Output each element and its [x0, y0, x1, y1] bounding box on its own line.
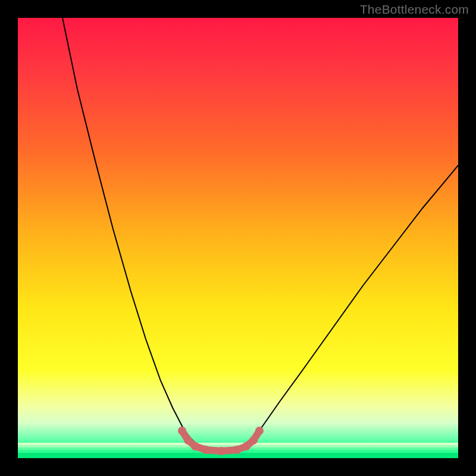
highlight-dot — [249, 436, 258, 444]
highlight-dot — [233, 446, 241, 454]
highlight-dot — [191, 442, 199, 450]
plot-area — [18, 18, 458, 458]
chart-svg — [18, 18, 458, 458]
highlight-dot — [184, 436, 192, 444]
highlight-dot — [255, 427, 264, 435]
chart-frame: TheBottleneck.com — [0, 0, 476, 476]
watermark-text: TheBottleneck.com — [360, 2, 469, 17]
highlight-dot — [242, 442, 250, 450]
highlight-dot — [217, 447, 226, 455]
gradient-background — [18, 18, 458, 458]
green-band — [18, 443, 458, 445]
highlight-dot — [178, 427, 186, 435]
highlight-dot — [202, 446, 210, 454]
